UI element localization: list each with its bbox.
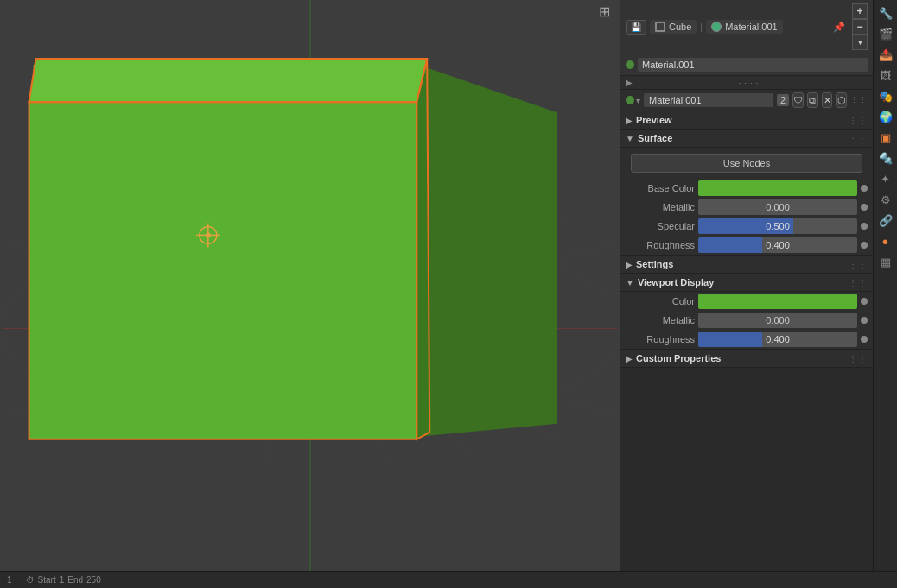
viewport-metallic-value-area: 0.000 <box>698 313 868 328</box>
end-label: End <box>67 575 83 585</box>
frame-display: 1 <box>7 575 12 585</box>
viewport-display-title: Viewport Display <box>638 277 714 288</box>
sidebar-modifier-icon[interactable]: 🔩 <box>876 149 895 168</box>
viewport-display-header[interactable]: ▼ Viewport Display ⋮⋮ <box>620 274 873 292</box>
section-options-dots: ⋮⋮ <box>850 96 868 104</box>
specular-field[interactable]: 0.500 <box>698 218 857 234</box>
viewport-canvas <box>0 0 620 571</box>
surface-section-dots: ⋮⋮ <box>849 134 868 143</box>
viewport-metallic-field[interactable]: 0.000 <box>698 313 857 328</box>
metallic-value: 0.000 <box>766 202 790 212</box>
status-bar: 1 ⏱ Start 1 End 250 <box>0 571 897 588</box>
svg-marker-31 <box>29 59 428 102</box>
material-slot-area <box>620 54 873 76</box>
viewport-metallic-dot[interactable] <box>861 317 868 324</box>
viewport-display-triangle: ▼ <box>626 278 634 288</box>
mat-name-field[interactable] <box>644 93 773 107</box>
roughness-value: 0.400 <box>766 240 790 250</box>
sidebar-sceneprops-icon[interactable]: 🎭 <box>876 86 895 105</box>
viewport-color-label: Color <box>626 296 695 307</box>
right-panel: 💾 Cube | Material.001 📌 + − ▾ <box>620 0 897 571</box>
metallic-value-area: 0.000 <box>698 199 868 215</box>
metallic-keyframe-dot[interactable] <box>861 204 868 211</box>
cube-icon <box>655 22 665 32</box>
use-nodes-button[interactable]: Use Nodes <box>631 154 862 173</box>
roughness-row: Roughness 0.400 <box>620 236 873 255</box>
mat-dropdown-icon <box>626 96 634 104</box>
main-area: ⊞ <box>0 0 897 571</box>
viewport[interactable]: ⊞ <box>0 0 620 571</box>
material-selector-row: ▾ 2 🛡 ⧉ ✕ ⬡ ⋮⋮ <box>620 90 873 111</box>
preview-section-title: Preview <box>636 115 672 125</box>
custom-props-title: Custom Properties <box>636 353 721 364</box>
settings-section-header[interactable]: ▶ Settings ⋮⋮ <box>620 256 873 274</box>
roughness-keyframe-dot[interactable] <box>861 242 868 249</box>
sidebar-object-icon[interactable]: ▣ <box>876 128 895 147</box>
viewport-roughness-value-area: 0.400 <box>698 332 868 347</box>
zoom-out-button[interactable]: − <box>852 19 868 35</box>
material-header-label: Material.001 <box>725 22 778 32</box>
sidebar-viewlayer-icon[interactable]: 🖼 <box>876 66 895 85</box>
use-nodes-container: Use Nodes <box>620 148 873 179</box>
viewport-roughness-row: Roughness 0.400 <box>620 330 873 349</box>
icon-sidebar: 🔧 🎬 📤 🖼 🎭 🌍 ▣ 🔩 ✦ ⚙ 🔗 ● ▦ <box>873 0 897 571</box>
base-color-keyframe-dot[interactable] <box>861 185 868 192</box>
drag-dots: ···· <box>633 79 868 87</box>
sidebar-particles-icon[interactable]: ✦ <box>876 169 895 188</box>
settings-section-dots: ⋮⋮ <box>849 260 868 269</box>
viewport-display-section: ▼ Viewport Display ⋮⋮ Color Metallic <box>620 274 873 350</box>
viewport-roughness-dot[interactable] <box>861 336 868 343</box>
roughness-value-area: 0.400 <box>698 237 868 253</box>
metallic-field[interactable]: 0.000 <box>698 199 857 215</box>
specular-value: 0.500 <box>766 221 790 231</box>
sidebar-physics-icon[interactable]: ⚙ <box>876 190 895 209</box>
zoom-in-button[interactable]: + <box>852 3 868 19</box>
sidebar-constraints-icon[interactable]: 🔗 <box>876 211 895 230</box>
surface-section-title: Surface <box>638 133 672 143</box>
viewport-metallic-value: 0.000 <box>766 315 790 326</box>
expand-button[interactable]: ▾ <box>852 35 868 50</box>
viewport-color-swatch[interactable] <box>698 294 857 309</box>
sidebar-material-icon[interactable]: ● <box>876 231 895 250</box>
roughness-field[interactable]: 0.400 <box>698 237 857 253</box>
specular-keyframe-dot[interactable] <box>861 223 868 230</box>
properties-header: 💾 Cube | Material.001 📌 + − ▾ <box>620 0 873 54</box>
mat-count-badge: 2 <box>777 94 789 106</box>
surface-section-header[interactable]: ▼ Surface ⋮⋮ <box>620 130 873 148</box>
mat-shield-btn[interactable]: 🛡 <box>792 92 804 108</box>
preview-collapse-triangle: ▶ <box>626 116 633 125</box>
viewport-grid-icon[interactable]: ⊞ <box>599 4 610 19</box>
settings-section-title: Settings <box>636 259 673 269</box>
specular-row: Specular 0.500 <box>620 217 873 236</box>
preview-expand-bar[interactable]: ▶ ···· <box>620 76 873 90</box>
sidebar-world-icon[interactable]: 🌍 <box>876 107 895 126</box>
viewport-color-dot[interactable] <box>861 298 868 305</box>
metallic-row: Metallic 0.000 <box>620 198 873 217</box>
viewport-roughness-value: 0.400 <box>766 334 790 345</box>
save-button[interactable]: 💾 <box>626 20 646 35</box>
base-color-swatch[interactable] <box>698 180 857 196</box>
sidebar-output-icon[interactable]: 📤 <box>876 45 895 64</box>
frame-number: 1 <box>7 575 12 585</box>
animation-range: ⏱ Start 1 End 250 <box>26 575 101 585</box>
mat-type-dropdown[interactable]: ▾ <box>626 96 640 105</box>
sidebar-data-icon[interactable]: ▦ <box>876 252 895 271</box>
viewport-roughness-field[interactable]: 0.400 <box>698 332 857 347</box>
sidebar-tools-icon[interactable]: 🔧 <box>876 3 895 22</box>
custom-props-header[interactable]: ▶ Custom Properties ⋮⋮ <box>620 350 873 368</box>
viewport-metallic-row: Metallic 0.000 <box>620 311 873 330</box>
preview-section-header[interactable]: ▶ Preview ⋮⋮ <box>620 111 873 130</box>
viewport-color-row: Color <box>620 292 873 311</box>
pin-icon[interactable]: 📌 <box>833 22 845 33</box>
material-color-dot <box>626 60 634 69</box>
custom-props-dots: ⋮⋮ <box>849 354 868 364</box>
properties-panel: 💾 Cube | Material.001 📌 + − ▾ <box>620 0 873 571</box>
mat-nodes-btn[interactable]: ⬡ <box>836 92 847 108</box>
sidebar-scene-icon[interactable]: 🎬 <box>876 24 895 43</box>
material-name-input[interactable] <box>638 58 868 72</box>
mat-delete-btn[interactable]: ✕ <box>822 92 833 108</box>
mat-copy-btn[interactable]: ⧉ <box>807 92 818 108</box>
viewport-color-value-area <box>698 294 868 309</box>
base-color-row: Base Color <box>620 179 873 198</box>
material-info: Material.001 <box>706 20 783 34</box>
